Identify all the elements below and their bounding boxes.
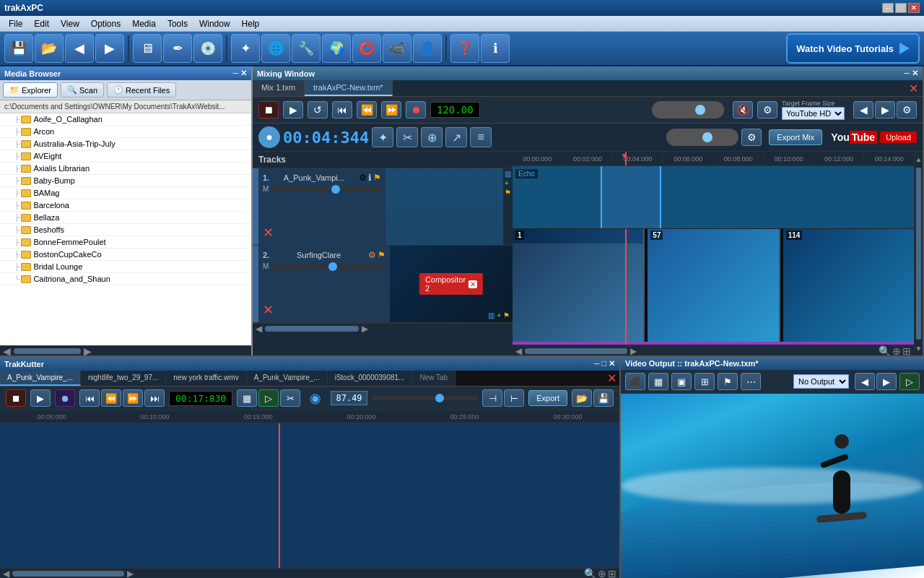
arrow-tool[interactable]: ↗ xyxy=(445,127,467,147)
tk-save-file[interactable]: 💾 xyxy=(593,389,614,407)
rewind-button[interactable]: ⏪ xyxy=(357,101,377,118)
list-item[interactable]: ├BostonCupCakeCo xyxy=(0,249,251,261)
tk-scroll-right[interactable]: ▶ xyxy=(127,569,134,579)
watch-video-tutorials-button[interactable]: Watch Video Tutorials xyxy=(786,33,920,64)
minimize-button[interactable]: ─ xyxy=(882,3,894,13)
tk-zoom-fit[interactable]: ⊞ xyxy=(608,568,616,579)
open-button[interactable]: 📂 xyxy=(35,34,64,63)
track-1-volume-slider[interactable] xyxy=(271,187,380,191)
forward-button[interactable]: ▶ xyxy=(95,34,124,63)
track-2-settings-icon[interactable]: ⚙ xyxy=(368,250,376,260)
scroll-up-button[interactable]: ▲ xyxy=(915,152,923,166)
track-1-resize-handle[interactable] xyxy=(253,168,258,245)
track-2-volume-thumb[interactable] xyxy=(328,262,337,271)
vo-btn-1[interactable]: ⬛ xyxy=(625,373,645,390)
master-volume-slider[interactable] xyxy=(652,101,724,118)
tk-tab-0[interactable]: A_Punk_Vampire_... xyxy=(0,371,81,386)
zoom-in-icon[interactable]: ⊕ xyxy=(892,345,901,356)
tk-scrollbar[interactable]: ◀ ▶ 🔍 ⊕ ⊞ xyxy=(0,568,619,578)
timeline-scrollbar[interactable]: ◀ ▶ 🔍 ⊕ ⊞ xyxy=(513,345,914,355)
track-1-side-icon-2[interactable]: + xyxy=(505,179,511,187)
skip-back-button[interactable]: ⏮ xyxy=(332,101,352,118)
output-settings-button[interactable]: ⚙ xyxy=(741,129,762,146)
menu-edit[interactable]: Edit xyxy=(28,17,55,30)
vo-btn-4[interactable]: ⊞ xyxy=(694,373,715,390)
tk-tab-4[interactable]: iStock_0000039081... xyxy=(328,371,413,386)
media-browser-close[interactable]: ✕ xyxy=(240,69,247,78)
track-2-delete-icon[interactable]: ✕ xyxy=(263,302,274,318)
list-item[interactable]: ├Bellaza xyxy=(0,212,251,224)
pen-button[interactable]: ✒ xyxy=(163,34,192,63)
globe2-button[interactable]: 🌍 xyxy=(322,34,351,63)
tk-minimize[interactable]: ─ xyxy=(594,359,600,368)
frame-next-button[interactable]: ▶ xyxy=(875,101,895,118)
vo-btn-3[interactable]: ▣ xyxy=(671,373,692,390)
menu-file[interactable]: File xyxy=(3,17,28,30)
list-item[interactable]: ├Arcon xyxy=(0,126,251,138)
list-item[interactable]: ├Aoife_O_Callaghan xyxy=(0,113,251,126)
record-button[interactable]: ⏺ xyxy=(406,101,426,118)
track-1-side-icon-3[interactable]: ⚑ xyxy=(505,189,511,197)
video-output-select[interactable]: No Output xyxy=(793,374,849,389)
menu-view[interactable]: View xyxy=(55,17,85,30)
timeline-scroll-right-icon[interactable]: ▶ xyxy=(630,346,637,356)
menu-help[interactable]: Help xyxy=(236,17,266,30)
tk-video-btn[interactable]: ▷ xyxy=(258,389,279,407)
list-item[interactable]: ├Barcelona xyxy=(0,199,251,212)
mix-tab-2[interactable]: trakAxPC-New.txm* xyxy=(305,80,393,96)
volume-slider-thumb[interactable] xyxy=(695,105,705,115)
tk-waveform-btn[interactable]: ▦ xyxy=(237,389,257,407)
menu-window[interactable]: Window xyxy=(193,17,236,30)
info-button[interactable]: ℹ xyxy=(481,34,510,63)
vo-btn-5[interactable]: ⚑ xyxy=(718,373,738,390)
menu-media[interactable]: Media xyxy=(126,17,162,30)
menu-tools[interactable]: Tools xyxy=(162,17,193,30)
browser-tab-recent[interactable]: 🕐 Recent Files xyxy=(107,82,176,98)
track-2-icon-2[interactable]: + xyxy=(497,311,501,319)
browser-tab-explorer[interactable]: 📁 Explorer xyxy=(3,82,58,98)
monitor-button[interactable]: 🖥 xyxy=(133,34,162,63)
vo-btn-6[interactable]: ⋯ xyxy=(741,373,761,390)
tk-stop-button[interactable]: ⏹ xyxy=(6,389,26,407)
list-item[interactable]: ├Axialis Librarian xyxy=(0,163,251,175)
zoom-fit-icon[interactable]: ⊞ xyxy=(902,345,911,356)
loop-button[interactable]: ↺ xyxy=(308,101,328,118)
tk-skip-back[interactable]: ⏮ xyxy=(79,389,100,407)
tk-restore[interactable]: □ xyxy=(601,359,606,368)
tk-scroll-left[interactable]: ◀ xyxy=(3,569,9,579)
tk-level-slider[interactable] xyxy=(372,396,479,400)
tk-loop-button[interactable]: ⏺ xyxy=(55,389,75,407)
globe-button[interactable]: 🌐 xyxy=(261,34,290,63)
track-1-delete-icon[interactable]: ✕ xyxy=(263,225,274,241)
cut-tool[interactable]: ✂ xyxy=(396,127,418,147)
list-item[interactable]: ├BAMag xyxy=(0,187,251,199)
back-button[interactable]: ◀ xyxy=(65,34,94,63)
tk-scrollbar-thumb[interactable] xyxy=(12,571,124,577)
tk-tab-2[interactable]: new york traffic.wmv xyxy=(166,371,246,386)
browser-tab-scan[interactable]: 🔍 Scan xyxy=(61,82,104,98)
tk-open-file[interactable]: 📂 xyxy=(572,389,592,407)
vo-play-button[interactable]: ▷ xyxy=(899,373,920,390)
frame-settings-button[interactable]: ⚙ xyxy=(897,101,917,118)
vo-nav-right[interactable]: ▶ xyxy=(876,373,897,390)
browser-scrollbar[interactable]: ◀ ▶ xyxy=(0,345,251,355)
scroll-down-button[interactable]: ▼ xyxy=(915,341,923,355)
list-item[interactable]: ├Australia-Asia-Trip-July xyxy=(0,138,251,150)
tk-forward[interactable]: ⏩ xyxy=(123,389,143,407)
track-scrollbar-thumb[interactable] xyxy=(265,326,359,332)
star-button[interactable]: ✦ xyxy=(231,34,260,63)
timeline-scrollbar-thumb[interactable] xyxy=(525,348,627,354)
track-1-info-icon[interactable]: ℹ xyxy=(368,173,372,183)
fast-forward-button[interactable]: ⏩ xyxy=(381,101,401,118)
settings-button[interactable]: ⚙ xyxy=(757,101,777,118)
youtube-upload-button[interactable]: Upload xyxy=(880,131,917,143)
track-scroll-right-icon[interactable]: ▶ xyxy=(362,324,368,334)
tk-close-x[interactable]: ✕ xyxy=(607,371,616,385)
tk-zoom-in[interactable]: ⊕ xyxy=(598,568,606,579)
menu-options[interactable]: Options xyxy=(85,17,126,30)
track-2-icon-1[interactable]: ▥ xyxy=(488,311,494,319)
browser-list[interactable]: ├Aoife_O_Callaghan ├Arcon ├Australia-Asi… xyxy=(0,113,251,345)
tk-in-point[interactable]: ⊣ xyxy=(482,389,502,407)
list-item[interactable]: ├AVEight xyxy=(0,150,251,163)
vo-nav-left[interactable]: ◀ xyxy=(855,373,875,390)
